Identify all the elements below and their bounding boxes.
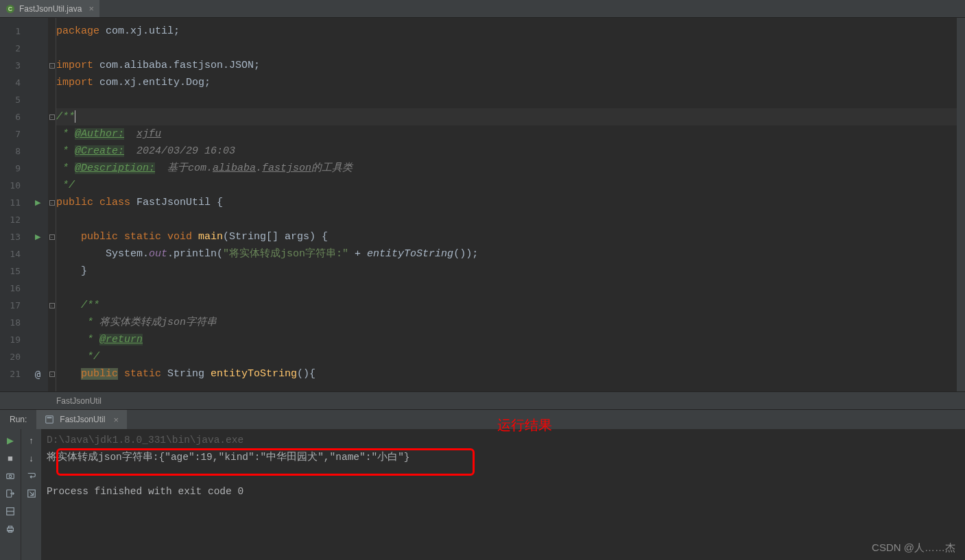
run-tool-window: Run: FastJsonUtil × ▶ ■ ↑ ↓ D:\Java\jdk1…	[0, 409, 965, 560]
exit-icon[interactable]	[5, 488, 16, 499]
text-caret	[75, 110, 75, 123]
print-icon[interactable]	[5, 524, 16, 535]
line-number-gutter: 12 34 56 78 910 1112 1314 1516 1718 1920…	[0, 18, 27, 391]
fold-icon[interactable]: -	[49, 372, 55, 377]
run-header: Run: FastJsonUtil ×	[0, 410, 965, 429]
annotation-box	[56, 448, 475, 476]
tab-filename: FastJsonUtil.java	[19, 4, 82, 14]
file-tab[interactable]: C FastJsonUtil.java ×	[0, 0, 99, 17]
close-icon[interactable]: ×	[88, 3, 94, 14]
svg-rect-3	[47, 417, 52, 419]
editor-tab-bar: C FastJsonUtil.java ×	[0, 0, 965, 18]
code-editor[interactable]: 12 34 56 78 910 1112 1314 1516 1718 1920…	[0, 18, 965, 391]
fold-icon[interactable]: -	[49, 114, 55, 120]
java-class-icon: C	[5, 4, 15, 14]
run-config-tab[interactable]: FastJsonUtil ×	[36, 410, 127, 429]
current-line-highlight	[56, 108, 965, 125]
run-toolbar-left: ▶ ■	[0, 429, 21, 560]
svg-rect-2	[46, 416, 53, 424]
svg-rect-10	[8, 526, 12, 528]
rerun-icon[interactable]: ▶	[5, 435, 16, 446]
fold-icon[interactable]: -	[49, 63, 55, 69]
down-icon[interactable]: ↓	[26, 452, 37, 463]
run-method-icon[interactable]: ▶	[35, 232, 40, 241]
camera-icon[interactable]	[5, 470, 16, 481]
console-line: Process finished with exit code 0	[47, 483, 960, 500]
breadcrumb[interactable]: FastJsonUtil	[0, 391, 965, 409]
run-toolbar-secondary: ↑ ↓	[21, 429, 41, 560]
svg-rect-4	[7, 474, 14, 478]
gutter-icon-column: ▶ ▶ @	[27, 18, 48, 391]
close-icon[interactable]: ×	[113, 415, 119, 425]
run-label: Run:	[0, 415, 36, 424]
run-class-icon[interactable]: ▶	[35, 198, 40, 207]
svg-text:C: C	[8, 5, 13, 12]
override-icon[interactable]: @	[35, 369, 40, 380]
fold-column: - - - - - -	[48, 18, 56, 391]
soft-wrap-icon[interactable]	[26, 470, 37, 481]
fold-icon[interactable]: -	[49, 234, 55, 240]
fold-icon[interactable]: -	[49, 200, 55, 206]
svg-point-5	[9, 475, 12, 478]
scroll-to-end-icon[interactable]	[26, 488, 37, 499]
application-icon	[45, 415, 54, 424]
up-icon[interactable]: ↑	[26, 435, 37, 446]
code-area[interactable]: package com.xj.util; import com.alibaba.…	[56, 18, 965, 391]
fold-icon[interactable]: -	[49, 303, 55, 308]
vertical-scrollbar[interactable]	[957, 18, 965, 391]
layout-icon[interactable]	[5, 506, 16, 517]
annotation-label: 运行结果	[497, 416, 552, 435]
stop-icon[interactable]: ■	[5, 452, 16, 463]
watermark: CSDN @人……杰	[872, 541, 955, 555]
